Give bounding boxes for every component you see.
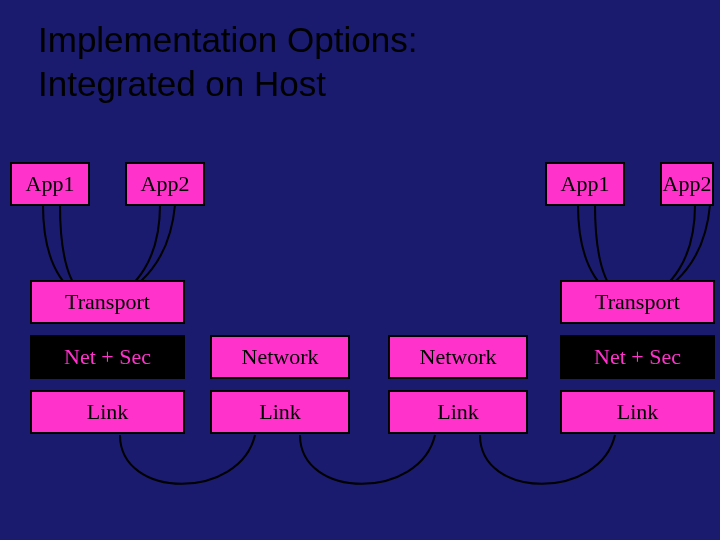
left-app2-box: App2 <box>125 162 205 206</box>
slide: Implementation Options: Integrated on Ho… <box>0 0 720 540</box>
mid1-link-box: Link <box>210 390 350 434</box>
left-transport-box: Transport <box>30 280 185 324</box>
mid1-network-box: Network <box>210 335 350 379</box>
right-app2-box: App2 <box>660 162 714 206</box>
right-net-sec-box: Net + Sec <box>560 335 715 379</box>
right-app1-box: App1 <box>545 162 625 206</box>
right-transport-box: Transport <box>560 280 715 324</box>
mid2-link-box: Link <box>388 390 528 434</box>
left-app1-box: App1 <box>10 162 90 206</box>
mid2-network-box: Network <box>388 335 528 379</box>
slide-title: Implementation Options: Integrated on Ho… <box>38 18 417 106</box>
left-link-box: Link <box>30 390 185 434</box>
left-net-sec-box: Net + Sec <box>30 335 185 379</box>
right-link-box: Link <box>560 390 715 434</box>
